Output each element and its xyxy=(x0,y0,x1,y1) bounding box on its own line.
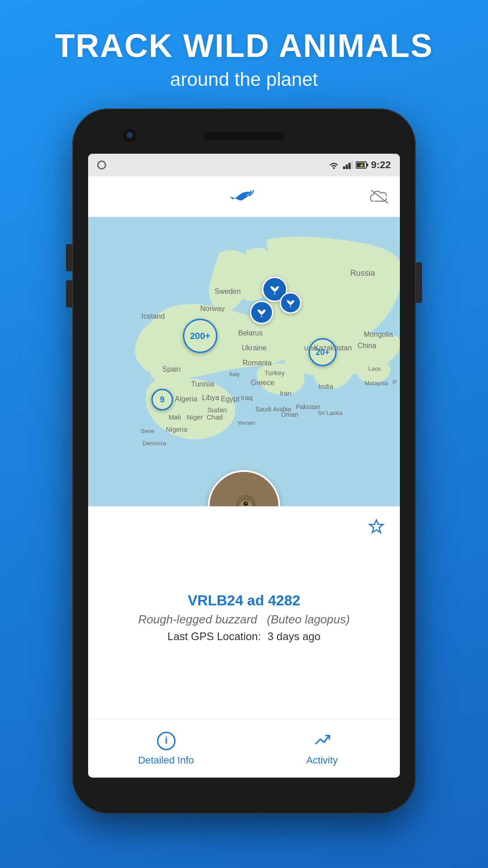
cluster-200-marker[interactable]: 200+ xyxy=(183,319,217,353)
hero-title: TRACK WILD ANIMALS xyxy=(0,27,488,64)
svg-text:Malaysia: Malaysia xyxy=(365,380,388,387)
cluster-20-marker[interactable]: 20+ xyxy=(309,338,337,366)
svg-text:Turkey: Turkey xyxy=(264,369,285,377)
cloud-off-button[interactable] xyxy=(368,185,391,208)
svg-text:Romania: Romania xyxy=(243,359,272,367)
volume-up-button[interactable] xyxy=(66,244,72,271)
bird-icon-3 xyxy=(284,297,297,309)
svg-text:Spain: Spain xyxy=(162,365,181,373)
svg-text:Sene: Sene xyxy=(141,428,154,434)
map-svg: Iceland Sweden Norway Russia Belarus Ukr… xyxy=(88,217,400,506)
animal-species: Rough-legged buzzard (Buteo lagopus) xyxy=(102,613,386,627)
svg-text:Yemen: Yemen xyxy=(237,420,255,426)
svg-text:Laos: Laos xyxy=(368,365,381,372)
svg-text:Iceland: Iceland xyxy=(141,312,165,320)
wifi-icon xyxy=(328,160,340,170)
volume-down-button[interactable] xyxy=(66,280,72,307)
svg-text:Libya: Libya xyxy=(202,394,219,401)
star-icon xyxy=(366,518,386,538)
movebank-logo xyxy=(217,183,271,210)
nav-label-detailed-info: Detailed Info xyxy=(138,755,194,766)
svg-text:Oman: Oman xyxy=(281,411,298,418)
svg-rect-1 xyxy=(343,166,345,169)
svg-text:i: i xyxy=(164,735,167,746)
nav-item-activity[interactable]: Activity xyxy=(244,726,400,771)
bird-marker-2[interactable] xyxy=(250,301,273,324)
animal-location: Last GPS Location: 3 days ago xyxy=(102,630,386,643)
svg-text:Mongolia: Mongolia xyxy=(364,330,393,338)
nav-label-activity: Activity xyxy=(306,755,338,766)
species-common: Rough-legged buzzard xyxy=(138,613,257,626)
svg-text:Iraq: Iraq xyxy=(241,394,253,401)
svg-text:Democra: Democra xyxy=(142,440,167,447)
status-time: 9:22 xyxy=(371,159,391,171)
svg-rect-2 xyxy=(346,165,348,169)
svg-text:Sri Lanka: Sri Lanka xyxy=(318,410,343,416)
hero-subtitle: around the planet xyxy=(0,69,488,90)
app-logo xyxy=(217,183,271,210)
buzzard-avatar xyxy=(208,470,280,506)
svg-text:Tunisia: Tunisia xyxy=(191,380,214,388)
svg-text:Norway: Norway xyxy=(200,305,225,312)
svg-text:Mali: Mali xyxy=(169,413,181,421)
svg-text:Russia: Russia xyxy=(350,269,375,278)
power-button[interactable] xyxy=(416,262,422,303)
nav-item-detailed-info[interactable]: i Detailed Info xyxy=(88,726,244,771)
svg-text:P: P xyxy=(393,379,397,386)
svg-text:Chad: Chad xyxy=(206,413,223,421)
cluster-9-marker[interactable]: 9 xyxy=(151,389,173,410)
svg-rect-4 xyxy=(351,161,353,169)
app-header xyxy=(88,176,400,217)
svg-text:Italy: Italy xyxy=(229,371,240,377)
battery-icon: ⚡ xyxy=(356,161,368,169)
phone-frame: ⚡ 9:22 xyxy=(72,108,416,814)
bird-icon-2 xyxy=(255,306,268,319)
bottom-nav: i Detailed Info Activity xyxy=(88,719,400,778)
location-label: Last GPS Location: xyxy=(168,630,261,642)
svg-text:Pakistan: Pakistan xyxy=(296,403,320,410)
phone-device: ⚡ 9:22 xyxy=(72,108,416,814)
activity-icon xyxy=(312,731,332,751)
cloud-off-icon xyxy=(370,189,389,205)
bird-marker-3[interactable] xyxy=(280,292,301,314)
status-bar: ⚡ 9:22 xyxy=(88,154,400,176)
svg-text:China: China xyxy=(357,342,376,349)
svg-text:Egypt: Egypt xyxy=(221,395,239,403)
svg-text:Greece: Greece xyxy=(251,379,275,387)
svg-text:Nigeria: Nigeria xyxy=(166,425,188,433)
svg-text:Sweden: Sweden xyxy=(215,288,241,295)
svg-point-0 xyxy=(333,167,335,169)
location-value: 3 days ago xyxy=(267,630,320,642)
animal-code: VRLB24 ad 4282 xyxy=(102,592,386,609)
svg-text:⚡: ⚡ xyxy=(359,163,365,168)
svg-text:Niger: Niger xyxy=(187,413,203,421)
signal-icon xyxy=(343,161,353,169)
svg-point-54 xyxy=(245,502,247,504)
svg-text:Iran: Iran xyxy=(280,389,291,397)
svg-text:Ukraine: Ukraine xyxy=(242,344,267,352)
species-scientific: (Buteo lagopus) xyxy=(267,613,350,626)
phone-screen: ⚡ 9:22 xyxy=(88,154,400,778)
phone-camera xyxy=(122,127,138,144)
svg-rect-6 xyxy=(366,164,368,166)
map-view[interactable]: Iceland Sweden Norway Russia Belarus Ukr… xyxy=(88,217,400,506)
phone-speaker xyxy=(203,132,285,140)
hero-section: TRACK WILD ANIMALS around the planet xyxy=(0,27,488,90)
svg-text:India: India xyxy=(319,382,333,390)
svg-text:Belarus: Belarus xyxy=(238,329,263,337)
animal-card: VRLB24 ad 4282 Rough-legged buzzard (But… xyxy=(88,506,400,719)
info-icon: i xyxy=(156,731,176,751)
svg-rect-3 xyxy=(348,163,351,169)
favorite-button[interactable] xyxy=(366,518,386,539)
svg-text:Sudan: Sudan xyxy=(207,406,227,414)
status-circle-icon xyxy=(97,160,106,170)
svg-text:Algeria: Algeria xyxy=(175,395,197,403)
